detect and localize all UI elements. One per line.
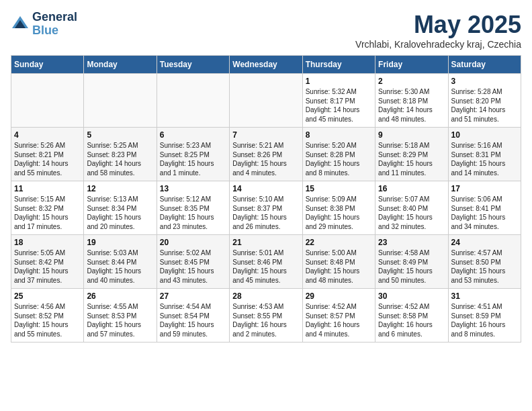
calendar-week-3: 11Sunrise: 5:15 AM Sunset: 8:32 PM Dayli… [11,181,521,235]
day-info: Sunrise: 5:26 AM Sunset: 8:21 PM Dayligh… [14,141,81,177]
day-number: 15 [306,184,372,193]
calendar-cell: 26Sunrise: 4:55 AM Sunset: 8:53 PM Dayli… [84,289,157,342]
day-info: Sunrise: 5:12 AM Sunset: 8:35 PM Dayligh… [160,195,226,231]
day-info: Sunrise: 4:52 AM Sunset: 8:57 PM Dayligh… [306,302,372,338]
calendar-cell: 23Sunrise: 4:58 AM Sunset: 8:49 PM Dayli… [375,235,448,289]
day-number: 7 [232,130,299,140]
day-number: 31 [451,291,518,301]
day-info: Sunrise: 4:52 AM Sunset: 8:58 PM Dayligh… [378,302,445,338]
day-number: 21 [232,238,299,247]
day-number: 8 [306,130,372,140]
day-number: 18 [14,238,81,247]
calendar-week-2: 4Sunrise: 5:26 AM Sunset: 8:21 PM Daylig… [11,128,521,181]
calendar-cell: 6Sunrise: 5:23 AM Sunset: 8:25 PM Daylig… [157,128,229,181]
day-number: 25 [14,291,81,301]
day-info: Sunrise: 4:57 AM Sunset: 8:50 PM Dayligh… [451,248,518,285]
day-info: Sunrise: 5:00 AM Sunset: 8:48 PM Dayligh… [306,248,372,285]
day-info: Sunrise: 4:53 AM Sunset: 8:55 PM Dayligh… [232,302,299,338]
calendar-week-5: 25Sunrise: 4:56 AM Sunset: 8:52 PM Dayli… [11,289,521,342]
calendar-cell: 14Sunrise: 5:10 AM Sunset: 8:37 PM Dayli… [230,181,302,235]
calendar-cell: 11Sunrise: 5:15 AM Sunset: 8:32 PM Dayli… [11,181,84,235]
day-info: Sunrise: 5:07 AM Sunset: 8:40 PM Dayligh… [378,195,445,231]
day-info: Sunrise: 4:54 AM Sunset: 8:54 PM Dayligh… [160,302,226,338]
calendar-cell [157,74,229,128]
day-info: Sunrise: 4:56 AM Sunset: 8:52 PM Dayligh… [14,302,81,338]
calendar-cell: 2Sunrise: 5:30 AM Sunset: 8:18 PM Daylig… [375,74,448,128]
day-number: 24 [451,238,518,247]
calendar-cell: 20Sunrise: 5:02 AM Sunset: 8:45 PM Dayli… [157,235,229,289]
day-number: 16 [378,184,445,193]
calendar-cell: 17Sunrise: 5:06 AM Sunset: 8:41 PM Dayli… [448,181,521,235]
calendar-cell: 31Sunrise: 4:51 AM Sunset: 8:59 PM Dayli… [448,289,521,342]
calendar-cell [84,74,157,128]
calendar-cell: 18Sunrise: 5:05 AM Sunset: 8:42 PM Dayli… [11,235,84,289]
calendar-cell: 3Sunrise: 5:28 AM Sunset: 8:20 PM Daylig… [448,74,521,128]
calendar-cell: 15Sunrise: 5:09 AM Sunset: 8:38 PM Dayli… [302,181,375,235]
calendar-table: SundayMondayTuesdayWednesdayThursdayFrid… [11,55,521,342]
day-info: Sunrise: 4:58 AM Sunset: 8:49 PM Dayligh… [378,248,445,285]
day-info: Sunrise: 5:16 AM Sunset: 8:31 PM Dayligh… [451,141,518,177]
day-number: 26 [87,291,153,301]
header-cell-sunday: Sunday [11,56,84,74]
day-info: Sunrise: 5:05 AM Sunset: 8:42 PM Dayligh… [14,248,81,285]
day-number: 1 [306,77,372,86]
day-number: 23 [378,238,445,247]
day-number: 29 [306,291,372,301]
calendar-cell: 25Sunrise: 4:56 AM Sunset: 8:52 PM Dayli… [11,289,84,342]
day-info: Sunrise: 5:01 AM Sunset: 8:46 PM Dayligh… [232,248,299,285]
day-number: 12 [87,184,153,193]
logo: General Blue [11,11,77,38]
calendar-cell: 22Sunrise: 5:00 AM Sunset: 8:48 PM Dayli… [302,235,375,289]
day-info: Sunrise: 5:13 AM Sunset: 8:34 PM Dayligh… [87,195,153,231]
day-number: 5 [87,130,153,140]
day-info: Sunrise: 5:20 AM Sunset: 8:28 PM Dayligh… [306,141,372,177]
day-number: 17 [451,184,518,193]
calendar-cell: 30Sunrise: 4:52 AM Sunset: 8:58 PM Dayli… [375,289,448,342]
day-number: 11 [14,184,81,193]
month-title: May 2025 [355,11,521,39]
day-number: 20 [160,238,226,247]
day-info: Sunrise: 5:09 AM Sunset: 8:38 PM Dayligh… [306,195,372,231]
day-number: 3 [451,77,518,86]
day-info: Sunrise: 5:30 AM Sunset: 8:18 PM Dayligh… [378,87,445,124]
calendar-week-4: 18Sunrise: 5:05 AM Sunset: 8:42 PM Dayli… [11,235,521,289]
logo-text: General Blue [32,11,77,38]
day-info: Sunrise: 5:32 AM Sunset: 8:17 PM Dayligh… [306,87,372,124]
calendar-cell: 7Sunrise: 5:21 AM Sunset: 8:26 PM Daylig… [230,128,302,181]
day-number: 22 [306,238,372,247]
day-number: 2 [378,77,445,86]
calendar-cell: 4Sunrise: 5:26 AM Sunset: 8:21 PM Daylig… [11,128,84,181]
calendar-cell: 5Sunrise: 5:25 AM Sunset: 8:23 PM Daylig… [84,128,157,181]
calendar-header: SundayMondayTuesdayWednesdayThursdayFrid… [11,56,521,74]
calendar-cell: 24Sunrise: 4:57 AM Sunset: 8:50 PM Dayli… [448,235,521,289]
calendar-cell: 1Sunrise: 5:32 AM Sunset: 8:17 PM Daylig… [302,74,375,128]
calendar-cell: 10Sunrise: 5:16 AM Sunset: 8:31 PM Dayli… [448,128,521,181]
calendar-cell: 27Sunrise: 4:54 AM Sunset: 8:54 PM Dayli… [157,289,229,342]
day-number: 13 [160,184,226,193]
day-info: Sunrise: 4:51 AM Sunset: 8:59 PM Dayligh… [451,302,518,338]
day-number: 27 [160,291,226,301]
logo-icon [11,15,30,34]
day-number: 19 [87,238,153,247]
location-subtitle: Vrchlabi, Kralovehradecky kraj, Czechia [355,39,521,50]
day-info: Sunrise: 5:21 AM Sunset: 8:26 PM Dayligh… [232,141,299,177]
calendar-cell: 8Sunrise: 5:20 AM Sunset: 8:28 PM Daylig… [302,128,375,181]
calendar-week-1: 1Sunrise: 5:32 AM Sunset: 8:17 PM Daylig… [11,74,521,128]
day-number: 4 [14,130,81,140]
day-info: Sunrise: 5:02 AM Sunset: 8:45 PM Dayligh… [160,248,226,285]
calendar-cell [11,74,84,128]
day-number: 30 [378,291,445,301]
calendar-cell: 9Sunrise: 5:18 AM Sunset: 8:29 PM Daylig… [375,128,448,181]
header-cell-monday: Monday [84,56,157,74]
calendar-cell: 21Sunrise: 5:01 AM Sunset: 8:46 PM Dayli… [230,235,302,289]
day-info: Sunrise: 5:10 AM Sunset: 8:37 PM Dayligh… [232,195,299,231]
day-info: Sunrise: 5:15 AM Sunset: 8:32 PM Dayligh… [14,195,81,231]
day-number: 14 [232,184,299,193]
header-cell-saturday: Saturday [448,56,521,74]
day-info: Sunrise: 5:18 AM Sunset: 8:29 PM Dayligh… [378,141,445,177]
header-cell-wednesday: Wednesday [230,56,302,74]
calendar-cell: 19Sunrise: 5:03 AM Sunset: 8:44 PM Dayli… [84,235,157,289]
header-cell-thursday: Thursday [302,56,375,74]
title-block: May 2025 Vrchlabi, Kralovehradecky kraj,… [355,11,521,50]
day-info: Sunrise: 5:28 AM Sunset: 8:20 PM Dayligh… [451,87,518,124]
